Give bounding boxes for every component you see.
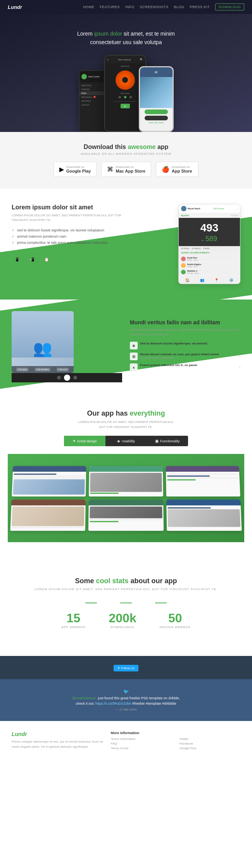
app-header: Wyatt Nash 100 Points › xyxy=(179,204,240,213)
cam-icon-2[interactable] xyxy=(73,376,77,380)
prev-track[interactable] xyxy=(119,96,121,98)
nav-features[interactable]: Features xyxy=(100,5,120,9)
footer: Lundr Primis volutpat ullamcorper te nec… xyxy=(0,721,252,767)
footer-link-facebook[interactable]: Facebook xyxy=(180,742,240,745)
user-info-3: Madeline J. 25 min · 25 m xyxy=(187,270,238,274)
cam-icon-1[interactable] xyxy=(57,376,61,380)
footer-brand-text: Primis volutpat ullamcorper te nec, per … xyxy=(12,740,103,750)
stat-downloads: 200k Downloads xyxy=(109,611,136,629)
tab-functionality[interactable]: ▣ Functionality xyxy=(147,436,188,446)
sidebar-username: Avery Carroll xyxy=(88,75,100,78)
feature2-item-3: ▲ Putent putent altbucius his tr, cu pau… xyxy=(130,363,240,371)
nearby-users-label: NEARBY ACCOMPLISHMENTS xyxy=(179,251,240,255)
app-store-button[interactable]: 🍎 Download on App Store xyxy=(156,162,198,177)
nav-icon-1[interactable]: 🏠 xyxy=(185,278,190,282)
stat-wins: 6 WINS xyxy=(203,247,209,250)
photo-overlay: FOR MEN FOR WOMEN FOR KIDS xyxy=(12,366,74,373)
footer-col-social: Twitter Facebook Google Plus xyxy=(180,731,240,751)
stat-label-2: Downloads xyxy=(109,625,136,629)
for-women-btn[interactable]: FOR WOMEN xyxy=(35,368,50,372)
app-big-number: 493 xyxy=(179,218,240,235)
footer-link-googleplus[interactable]: Google Plus xyxy=(180,746,240,750)
mac-appstore-button[interactable]: ⌘ Download on Mac App Store xyxy=(101,162,151,177)
nav-home[interactable]: Home xyxy=(83,5,95,9)
app-store-icon: 🍎 xyxy=(162,166,169,173)
social-section: ✦ Follow us xyxy=(0,656,252,679)
user-avatar-3 xyxy=(181,270,186,274)
features-heading: Lorem ipsum dolor sit amet xyxy=(12,204,122,211)
tweet-handle: @AndreJessen xyxy=(72,696,96,700)
stat-number-2: 200k xyxy=(109,611,136,625)
app-store-name: App Store xyxy=(172,169,192,173)
everything-section: Our app has everything Lorem ipsum dolor… xyxy=(0,394,252,558)
footer-logo: Lundr xyxy=(12,731,103,737)
stats-title: Some cool stats about our app xyxy=(8,577,244,585)
feat-text-1: Sed te dolorum fusset signiferque, via l… xyxy=(140,342,207,346)
app-total: 589 xyxy=(205,235,217,243)
stat-label-1: App Awards xyxy=(61,625,85,629)
track-song: Get Lucky xyxy=(121,92,129,94)
footer-link-terms[interactable]: Terms information xyxy=(111,737,172,741)
nav-icon-3[interactable]: 📍 xyxy=(214,278,219,282)
tour-btn[interactable] xyxy=(145,116,168,120)
features-subtext: Lorem ipsum dolor sit amet, sed parient … xyxy=(12,213,122,223)
stat-app-awards: 15 App Awards xyxy=(61,611,85,629)
stats-grid: 15 App Awards 200k Downloads 50 Design A… xyxy=(8,611,244,629)
everything-title: Our app has everything xyxy=(8,409,244,418)
feat-icon-3: ▲ xyxy=(130,363,138,371)
follow-button[interactable]: ✦ Follow us xyxy=(114,665,138,671)
app-store-label: Download on xyxy=(172,165,192,169)
screenshots-container xyxy=(8,454,244,542)
follow-label: ✦ Follow us xyxy=(117,666,134,670)
tweet-link[interactable]: https://t.co/3RuDS3Jbn xyxy=(95,702,131,705)
user-dist-3: 25 min · 25 m xyxy=(187,272,238,274)
feat-title-1: Sed te dolorum fusset signiferque, via l… xyxy=(140,342,207,345)
app-user-list: Kayla Pars 8 min · 10 m Natalie Higgins … xyxy=(179,255,240,277)
feature-icon-2: 📲 xyxy=(26,252,37,267)
arrow-3: › xyxy=(239,365,240,369)
app-stats-row: 45 RUNS 4.4 MILES 6 WINS xyxy=(179,246,240,251)
google-play-button[interactable]: ▶ Download on Google Play xyxy=(54,162,97,177)
nav-screenshots[interactable]: Screenshots xyxy=(140,5,168,9)
footer-link-faq[interactable]: FAQ xyxy=(111,742,172,745)
feat-icon-2: ▦ xyxy=(130,353,138,360)
play-button[interactable]: ▶ xyxy=(121,104,130,108)
playback-controls xyxy=(119,96,132,98)
feat-title-3: Putent putent altbucius his tr, cu paulo xyxy=(140,363,197,367)
nav-info[interactable]: Info xyxy=(125,5,135,9)
tab-usability[interactable]: ◈ Usability xyxy=(105,436,147,446)
user-dist-1: 8 min · 10 m xyxy=(187,259,238,261)
feat-desc-2: Est itur tincidunt suscipist te. xyxy=(140,356,219,359)
footer-link-twitter[interactable]: Twitter xyxy=(180,737,240,741)
divider-1 xyxy=(85,603,97,603)
nav-presskit[interactable]: Press Kit xyxy=(190,5,210,9)
stats-highlight: cool stats xyxy=(96,577,129,585)
user-avatar-1 xyxy=(181,257,186,261)
footer-top: Lundr Primis volutpat ullamcorper te nec… xyxy=(12,731,240,751)
footer-link-terms-use[interactable]: Terms of use xyxy=(111,746,172,750)
nav-icon-2[interactable]: 👥 xyxy=(200,278,204,282)
tab-great-design[interactable]: ✦ Great design xyxy=(64,436,105,446)
cam-shutter[interactable] xyxy=(64,375,70,381)
login-btn[interactable] xyxy=(145,110,168,114)
user-dist-2: 7 min · 8 m xyxy=(187,265,238,268)
feature-item-2: animal malorum ponderum nam xyxy=(12,233,122,240)
nav-icon-4[interactable]: ⚙️ xyxy=(229,278,233,282)
for-kids-btn[interactable]: FOR KIDS xyxy=(57,368,69,372)
arrow-icon: › xyxy=(237,207,238,210)
mac-appstore-name: Mac App Store xyxy=(116,169,145,173)
app-user-avatar xyxy=(181,206,186,211)
feature2-item-2: ▦ Dicam dicunt vivendo ex cum, per graec… xyxy=(130,353,240,360)
feature2-section: 👥 FOR MEN FOR WOMEN FOR KIDS Mundi verit… xyxy=(0,300,252,394)
screenshots-grid xyxy=(10,466,242,531)
stats-dividers xyxy=(8,603,244,603)
footer-col-title-2 xyxy=(180,731,240,735)
app-unit: m xyxy=(202,239,204,241)
play-pause[interactable] xyxy=(124,96,126,98)
nav-blog[interactable]: Blog xyxy=(174,5,184,9)
feature2-list: ◉ Sed te dolorum fusset signiferque, via… xyxy=(130,342,240,371)
for-men-btn[interactable]: FOR MEN xyxy=(16,368,28,372)
everything-highlight: everything xyxy=(130,409,165,417)
next-track[interactable] xyxy=(129,96,132,98)
nav-download[interactable]: Download xyxy=(215,3,244,10)
